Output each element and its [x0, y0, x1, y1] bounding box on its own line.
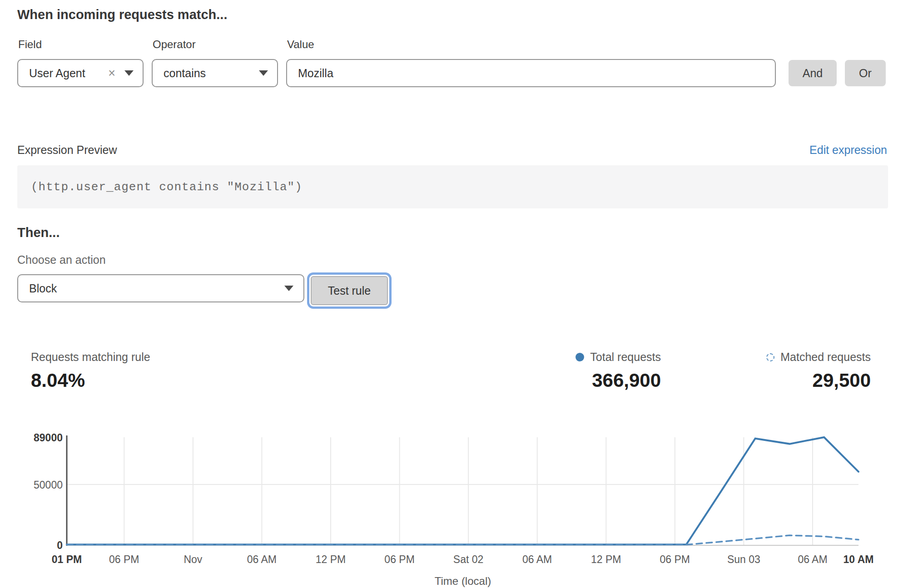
svg-text:06 PM: 06 PM: [660, 553, 690, 565]
total-requests-stat: Total requests 366,900: [576, 351, 661, 391]
svg-text:10 AM: 10 AM: [843, 553, 874, 565]
requests-chart: 01 PM06 PMNov06 AM12 PM06 PMSat 0206 AM1…: [0, 427, 908, 588]
and-button[interactable]: And: [789, 60, 837, 86]
action-select-value: Block: [29, 282, 284, 295]
total-requests-label: Total requests: [590, 351, 661, 364]
svg-text:Nov: Nov: [184, 553, 202, 565]
matched-requests-label: Matched requests: [780, 351, 871, 364]
matched-requests-legend: Matched requests: [766, 351, 871, 364]
clear-field-icon[interactable]: ×: [108, 67, 115, 79]
svg-text:0: 0: [57, 539, 63, 551]
svg-text:06 AM: 06 AM: [798, 553, 827, 565]
svg-text:06 AM: 06 AM: [522, 553, 552, 565]
matched-requests-legend-circle-icon: [766, 353, 774, 361]
edit-expression-link[interactable]: Edit expression: [809, 143, 887, 157]
svg-text:12 PM: 12 PM: [316, 553, 346, 565]
expression-preview-box: (http.user_agent contains "Mozilla"): [17, 165, 888, 208]
value-input[interactable]: [286, 59, 776, 87]
svg-text:89000: 89000: [34, 432, 63, 444]
svg-text:Sat 02: Sat 02: [453, 553, 484, 565]
expression-code: (http.user_agent contains "Mozilla"): [31, 180, 303, 194]
operator-select[interactable]: contains: [152, 59, 278, 87]
then-section-heading: Then...: [17, 225, 60, 240]
test-rule-button[interactable]: Test rule: [311, 276, 388, 305]
requests-matching-value: 8.04%: [31, 370, 150, 391]
svg-text:12 PM: 12 PM: [591, 553, 621, 565]
action-select[interactable]: Block: [17, 274, 304, 302]
svg-text:06 AM: 06 AM: [247, 553, 277, 565]
requests-matching-stat: Requests matching rule 8.04%: [31, 351, 150, 391]
choose-action-label: Choose an action: [17, 253, 106, 267]
operator-label: Operator: [153, 38, 196, 51]
total-requests-legend-dot-icon: [576, 353, 584, 361]
svg-text:Time (local): Time (local): [435, 575, 491, 587]
chevron-down-icon: [124, 70, 134, 76]
chevron-down-icon: [259, 70, 268, 76]
svg-text:Sun 03: Sun 03: [727, 553, 760, 565]
expression-preview-label: Expression Preview: [17, 143, 117, 157]
field-label: Field: [18, 38, 42, 51]
requests-matching-label: Requests matching rule: [31, 351, 150, 364]
svg-text:01 PM: 01 PM: [52, 553, 82, 565]
chevron-down-icon: [284, 286, 293, 291]
field-select[interactable]: User Agent ×: [17, 59, 144, 87]
matched-requests-value: 29,500: [766, 370, 871, 391]
operator-select-value: contains: [164, 67, 259, 80]
field-select-value: User Agent: [29, 67, 108, 80]
svg-text:50000: 50000: [34, 479, 63, 491]
match-section-heading: When incoming requests match...: [17, 7, 227, 22]
svg-text:06 PM: 06 PM: [109, 553, 139, 565]
or-button[interactable]: Or: [845, 60, 886, 86]
firewall-rule-builder-page: When incoming requests match... Field Op…: [0, 0, 908, 588]
total-requests-legend: Total requests: [576, 351, 661, 364]
total-requests-value: 366,900: [576, 370, 661, 391]
matched-requests-stat: Matched requests 29,500: [766, 351, 871, 391]
svg-text:06 PM: 06 PM: [384, 553, 414, 565]
value-label: Value: [287, 38, 314, 51]
